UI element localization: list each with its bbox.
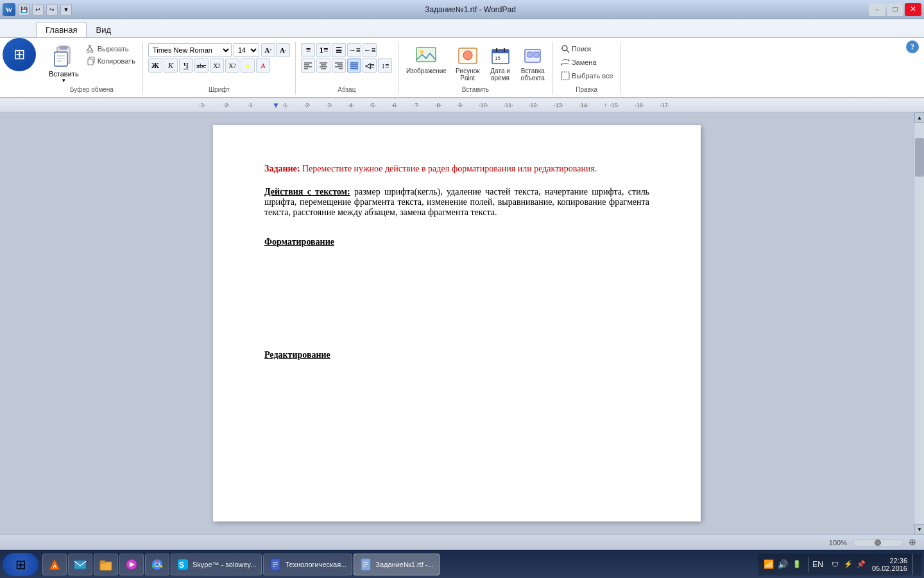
copy-button[interactable]: Копировать bbox=[84, 55, 137, 67]
system-tray: 📶 🔊 🔋 EN 🛡 ⚡ 📌 22:36 05.02.2016 bbox=[758, 554, 921, 575]
tray-lang[interactable]: EN bbox=[811, 560, 825, 569]
start-button[interactable]: ⊞ bbox=[3, 553, 38, 576]
svg-point-41 bbox=[562, 46, 567, 51]
italic-btn[interactable]: К bbox=[164, 58, 178, 73]
paragraph-group-content: ≡ 1≡ ☰ →≡ ←≡ bbox=[301, 43, 392, 73]
find-label: Поиск bbox=[572, 45, 591, 53]
scroll-down-btn[interactable]: ▼ bbox=[914, 524, 924, 534]
strikethrough-btn[interactable]: abc bbox=[194, 58, 209, 73]
highlight-btn[interactable]: A bbox=[241, 58, 255, 73]
taskbar-app-media[interactable] bbox=[119, 554, 144, 575]
line-spacing-btn[interactable]: ↕≡ bbox=[378, 58, 392, 73]
tray-icon1[interactable]: 🛡 bbox=[830, 559, 841, 570]
list-btn[interactable]: ☰ bbox=[332, 43, 346, 57]
bullets-btn[interactable]: ≡ bbox=[301, 43, 315, 57]
qat-save-btn[interactable]: 💾 bbox=[18, 4, 30, 15]
scroll-area[interactable]: Задание: Переместите нужное действие в р… bbox=[0, 112, 914, 534]
doc1-icon bbox=[269, 558, 282, 571]
help-btn[interactable]: ? bbox=[906, 40, 919, 53]
svg-rect-45 bbox=[561, 72, 569, 80]
find-btn[interactable]: Поиск bbox=[558, 43, 615, 55]
tab-view[interactable]: Вид bbox=[87, 22, 120, 37]
font-shrink-btn[interactable]: A- bbox=[276, 43, 290, 57]
insert-paint-btn[interactable]: Рисунок Paint bbox=[453, 43, 483, 83]
svg-rect-50 bbox=[100, 561, 105, 563]
maximize-btn[interactable]: □ bbox=[887, 3, 903, 16]
taskbar-app-avast[interactable]: A bbox=[42, 554, 67, 575]
insert-object-btn[interactable]: Вставка объекта bbox=[518, 43, 547, 83]
tray-network-icon[interactable]: 📶 bbox=[763, 559, 774, 570]
find-icon bbox=[560, 44, 570, 54]
qat-menu-btn[interactable]: ▼ bbox=[60, 4, 72, 15]
scroll-thumb[interactable] bbox=[915, 138, 924, 177]
qat-undo-btn[interactable]: ↩ bbox=[32, 4, 44, 15]
align-justify-btn[interactable] bbox=[347, 58, 361, 73]
replace-label: Замена bbox=[572, 58, 597, 66]
indent-more-btn[interactable]: →≡ bbox=[347, 43, 361, 57]
taskbar-app-skype[interactable]: S Skype™ - solowey... bbox=[171, 554, 262, 575]
vertical-scrollbar[interactable]: ▲ ▼ bbox=[914, 112, 924, 534]
cut-button[interactable]: Вырезать bbox=[84, 43, 137, 55]
taskbar: ⊞ A bbox=[0, 550, 924, 578]
zoom-thumb[interactable] bbox=[875, 539, 881, 546]
taskbar-app-email[interactable] bbox=[68, 554, 92, 575]
home-orb-btn[interactable]: ⊞ bbox=[3, 38, 36, 71]
replace-btn[interactable]: Замена bbox=[558, 57, 615, 68]
tray-sound-icon[interactable]: 🔊 bbox=[777, 559, 789, 570]
replace-icon bbox=[560, 57, 570, 67]
copy-label: Копировать bbox=[98, 57, 135, 65]
align-right-btn[interactable] bbox=[332, 58, 346, 73]
insert-paint-icon bbox=[456, 44, 479, 67]
taskbar-app-chrome[interactable] bbox=[145, 554, 169, 575]
numbering-btn[interactable]: 1≡ bbox=[316, 43, 330, 57]
qat-redo-btn[interactable]: ↪ bbox=[46, 4, 58, 15]
underline-btn[interactable]: Ч bbox=[179, 58, 193, 73]
align-left-btn[interactable] bbox=[301, 58, 315, 73]
tray-battery-icon[interactable]: 🔋 bbox=[791, 559, 803, 570]
tray-icon3[interactable]: 📌 bbox=[855, 559, 867, 570]
insert-datetime-label: Дата и время bbox=[490, 67, 510, 82]
tray-time: 22:36 bbox=[872, 557, 907, 565]
tray-icon2[interactable]: ⚡ bbox=[843, 559, 854, 570]
minimize-btn[interactable]: – bbox=[869, 3, 886, 16]
formatting-heading: Форматирование bbox=[264, 237, 649, 247]
insert-object-icon bbox=[521, 44, 544, 67]
align-center-btn[interactable] bbox=[316, 58, 330, 73]
svg-rect-48 bbox=[74, 561, 86, 569]
svg-text:15: 15 bbox=[495, 55, 501, 61]
show-desktop-btn[interactable] bbox=[912, 554, 916, 575]
indent-less-btn[interactable]: ←≡ bbox=[363, 43, 377, 57]
taskbar-app-files[interactable] bbox=[94, 554, 118, 575]
tray-clock[interactable]: 22:36 05.02.2016 bbox=[872, 557, 907, 572]
main-area: Задание: Переместите нужное действие в р… bbox=[0, 112, 924, 534]
insert-datetime-btn[interactable]: 15 Дата и время bbox=[486, 43, 515, 83]
svg-rect-40 bbox=[534, 52, 539, 57]
zoom-slider[interactable] bbox=[852, 539, 903, 547]
bold-btn[interactable]: Ж bbox=[148, 58, 162, 73]
font-grow-btn[interactable]: A+ bbox=[261, 43, 275, 57]
cut-copy-group: Вырезать Копировать bbox=[84, 43, 137, 67]
start-icon: ⊞ bbox=[15, 557, 26, 572]
tab-home[interactable]: Главная bbox=[36, 22, 87, 37]
scroll-up-btn[interactable]: ▲ bbox=[914, 112, 924, 123]
select-all-btn[interactable]: Выбрать все bbox=[558, 70, 615, 82]
superscript-btn[interactable]: X2 bbox=[225, 58, 239, 73]
doc1-label: Технологическая... bbox=[285, 561, 346, 568]
font-size-select[interactable]: 14 10 12 16 18 bbox=[234, 43, 259, 57]
font-color-btn[interactable]: A bbox=[256, 58, 270, 73]
taskbar-app-doc1[interactable]: Технологическая... bbox=[263, 554, 352, 575]
rtl-btn[interactable]: ◁≡ bbox=[363, 58, 377, 73]
task-label: Задание: bbox=[264, 164, 300, 173]
close-btn[interactable]: ✕ bbox=[905, 3, 921, 16]
svg-point-29 bbox=[420, 50, 424, 54]
insert-image-btn[interactable]: Изображение bbox=[404, 43, 449, 83]
svg-rect-39 bbox=[527, 52, 533, 57]
subscript-btn[interactable]: X2 bbox=[210, 58, 224, 73]
paste-button[interactable]: Вставить ▼ bbox=[46, 43, 81, 85]
font-group-content: Times New Roman Arial Calibri 14 10 12 1… bbox=[148, 43, 290, 73]
zoom-in-btn[interactable]: ⊕ bbox=[909, 537, 916, 548]
font-name-select[interactable]: Times New Roman Arial Calibri bbox=[148, 43, 232, 57]
tray-date: 05.02.2016 bbox=[872, 565, 907, 572]
taskbar-app-doc2[interactable]: Задание№1.rtf -... bbox=[354, 554, 439, 575]
title-bar: W 💾 ↩ ↪ ▼ Задание№1.rtf - WordPad – □ ✕ bbox=[0, 0, 924, 19]
